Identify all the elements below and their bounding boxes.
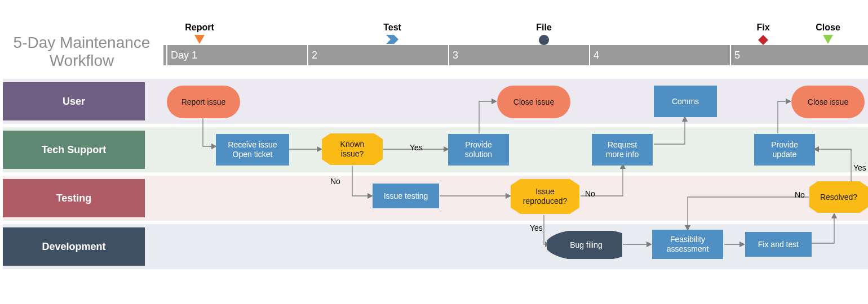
triangle-down-icon xyxy=(823,35,833,44)
edge-resolved-yes: Yes xyxy=(853,163,866,172)
node-label: Report issue xyxy=(181,97,226,107)
node-comms: Comms xyxy=(654,86,717,117)
svg-marker-1 xyxy=(386,35,398,44)
node-request-info: Request more info xyxy=(592,134,653,166)
node-label-line1: Receive issue xyxy=(228,140,277,150)
node-label-line1: Known xyxy=(340,140,365,149)
svg-marker-2 xyxy=(758,35,768,45)
timeline-day-5: 5 xyxy=(730,45,740,65)
node-label-line2: Open ticket xyxy=(233,150,273,159)
node-label-line1: Request xyxy=(608,140,637,150)
timeline-day-1: Day 1 xyxy=(166,45,197,65)
node-label: Close issue xyxy=(808,97,848,107)
title-line-2: Workflow xyxy=(50,52,114,69)
node-reproduced: Issue reproduced? xyxy=(511,179,579,214)
node-testing: Issue testing xyxy=(373,184,439,208)
diagram: 5-Day Maintenance Workflow Day 1 2 3 4 5… xyxy=(0,0,868,304)
node-label: Fix and test xyxy=(758,240,799,249)
diamond-icon xyxy=(758,35,768,45)
milestone-fix-label: Fix xyxy=(756,23,769,33)
node-label-line1: Provide xyxy=(771,140,798,150)
lane-testing: Testing xyxy=(3,179,145,217)
node-label-line1: Provide xyxy=(465,140,491,150)
edge-known-no: No xyxy=(330,177,340,186)
chevron-right-icon xyxy=(386,35,398,44)
timeline-day-3: 3 xyxy=(448,45,458,65)
node-label-line1: Feasibility xyxy=(670,235,705,244)
milestone-close-label: Close xyxy=(816,23,840,33)
title-line-1: 5-Day Maintenance xyxy=(14,34,150,51)
edge-resolved-no: No xyxy=(795,190,805,199)
svg-marker-3 xyxy=(823,35,833,44)
milestone-test-label: Test xyxy=(383,23,401,33)
edge-repro-no: No xyxy=(585,189,595,198)
node-label-line2: more info xyxy=(606,150,639,159)
node-label-line2: issue? xyxy=(341,149,364,159)
svg-marker-0 xyxy=(194,35,205,44)
node-label: Resolved? xyxy=(820,193,857,202)
milestone-file-label: File xyxy=(536,23,552,33)
node-provide-solution: Provide solution xyxy=(448,134,509,166)
node-bug-filing: Bug filing xyxy=(547,231,622,259)
node-label-line1: Issue xyxy=(535,187,554,196)
timeline-day-4: 4 xyxy=(589,45,599,65)
edge-repro-yes: Yes xyxy=(530,223,543,233)
node-close-issue-2: Close issue xyxy=(791,86,865,118)
lane-dev: Development xyxy=(3,227,145,266)
node-feasibility: Feasibility assessment xyxy=(652,230,723,259)
timeline-day-2: 2 xyxy=(307,45,317,65)
node-known-issue: Known issue? xyxy=(322,133,383,165)
node-close-issue-1: Close issue xyxy=(497,86,570,118)
node-label-line2: assessment xyxy=(667,244,709,254)
triangle-down-icon xyxy=(194,35,205,44)
node-label: Bug filing xyxy=(570,240,603,250)
node-receive: Receive issue Open ticket xyxy=(216,134,289,166)
node-label-line2: update xyxy=(773,150,797,159)
lane-tech: Tech Support xyxy=(3,131,145,169)
lane-user: User xyxy=(3,82,145,120)
milestone-report-label: Report xyxy=(185,23,214,33)
node-label-line2: reproduced? xyxy=(523,196,568,206)
drop-icon xyxy=(539,35,549,45)
node-provide-update: Provide update xyxy=(754,134,815,166)
node-resolved: Resolved? xyxy=(809,181,868,213)
node-label: Issue testing xyxy=(384,191,428,201)
node-label: Close issue xyxy=(513,97,554,107)
node-label: Comms xyxy=(672,97,699,106)
node-fix-test: Fix and test xyxy=(745,232,812,257)
edge-known-yes: Yes xyxy=(410,143,423,152)
node-report-issue: Report issue xyxy=(167,86,240,118)
node-label-line2: solution xyxy=(465,150,492,159)
timeline-bar xyxy=(163,45,868,65)
page-title: 5-Day Maintenance Workflow xyxy=(8,34,155,70)
